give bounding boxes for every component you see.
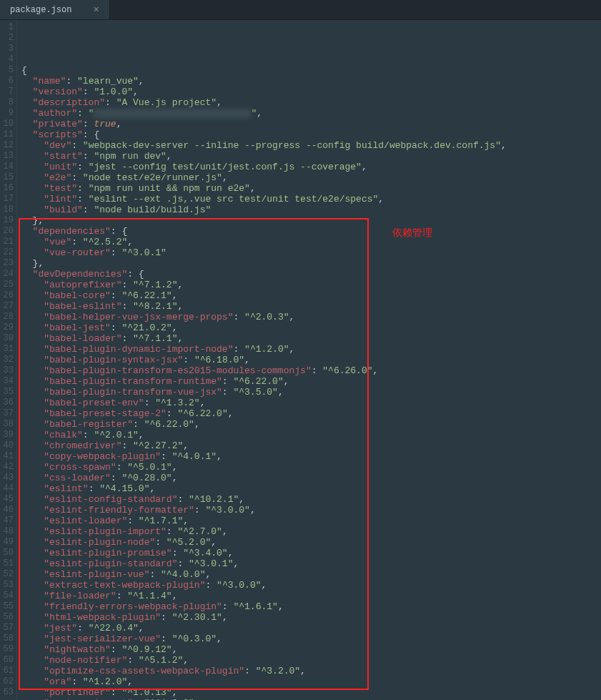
line-number: 63 (0, 687, 14, 698)
line-number: 43 (0, 473, 14, 483)
code-line: "eslint": "^4.15.0", (21, 483, 601, 494)
code-line: "eslint-plugin-promise": "^3.4.0", (21, 548, 601, 558)
line-number: 28 (0, 312, 14, 322)
line-number: 44 (0, 483, 14, 494)
line-number: 37 (0, 408, 14, 419)
code-line: "e2e": "node test/e2e/runner.js", (21, 172, 601, 183)
code-line: "eslint-friendly-formatter": "^3.0.0", (21, 505, 601, 516)
line-number: 16 (0, 183, 14, 194)
code-line: "dependencies": { (21, 226, 601, 237)
code-line: "babel-core": "^6.22.1", (21, 290, 601, 301)
line-number: 40 (0, 440, 14, 451)
editor: 1234567891011121314151617181920212223242… (0, 20, 601, 700)
code-line: "html-webpack-plugin": "^2.30.1", (21, 612, 601, 623)
code-line: "jest-serializer-vue": "^0.3.0", (21, 634, 601, 644)
line-number: 51 (0, 558, 14, 569)
code-line: "babel-plugin-transform-vue-jsx": "^3.5.… (21, 387, 601, 398)
line-number: 17 (0, 194, 14, 204)
code-line: "css-loader": "^0.28.0", (21, 473, 601, 483)
code-line: "cross-spawn": "^5.0.1", (21, 462, 601, 473)
line-number: 39 (0, 430, 14, 440)
line-number: 9 (0, 108, 14, 119)
tab-package-json[interactable]: package.json × (0, 0, 110, 19)
line-number: 22 (0, 247, 14, 258)
line-number: 13 (0, 151, 14, 162)
line-number: 23 (0, 258, 14, 269)
line-number: 35 (0, 387, 14, 398)
line-number: 33 (0, 365, 14, 376)
line-number: 45 (0, 494, 14, 505)
code-line: }, (21, 258, 601, 269)
line-number: 49 (0, 537, 14, 548)
line-number: 15 (0, 172, 14, 183)
code-line: "vue": "^2.5.2", (21, 237, 601, 247)
code-line: "author": "", (21, 108, 601, 119)
line-number: 1 (0, 22, 14, 33)
line-number: 46 (0, 505, 14, 516)
line-number: 20 (0, 226, 14, 237)
code-line: "vue-router": "^3.0.1" (21, 247, 601, 258)
code-line: "babel-loader": "^7.1.1", (21, 333, 601, 344)
code-line: { (21, 65, 601, 76)
line-number: 19 (0, 215, 14, 226)
line-number: 12 (0, 140, 14, 151)
code-line: "description": "A Vue.js project", (21, 97, 601, 108)
code-line: "babel-register": "^6.22.0", (21, 419, 601, 430)
code-line: "file-loader": "^1.1.4", (21, 591, 601, 601)
line-number: 6 (0, 76, 14, 87)
code-line: "unit": "jest --config test/unit/jest.co… (21, 162, 601, 172)
line-number: 57 (0, 623, 14, 634)
line-number: 18 (0, 204, 14, 215)
tab-bar: package.json × (0, 0, 601, 20)
code-area[interactable]: 依赖管理 { "name": "learn_vue", "version": "… (17, 20, 601, 700)
line-number: 56 (0, 612, 14, 623)
code-line: "ora": "^1.2.0", (21, 676, 601, 687)
line-number: 36 (0, 398, 14, 408)
code-line: "build": "node build/build.js" (21, 204, 601, 215)
code-line: "eslint-plugin-standard": "^3.0.1", (21, 558, 601, 569)
line-number: 4 (0, 54, 14, 65)
line-number: 7 (0, 87, 14, 97)
line-number: 31 (0, 344, 14, 355)
line-number: 48 (0, 526, 14, 537)
line-number: 5 (0, 65, 14, 76)
code-line: "jest": "^22.0.4", (21, 623, 601, 634)
code-line: "version": "1.0.0", (21, 87, 601, 97)
line-number: 50 (0, 548, 14, 558)
line-number: 14 (0, 162, 14, 172)
code-line: "private": true, (21, 119, 601, 129)
code-line: "optimize-css-assets-webpack-plugin": "^… (21, 666, 601, 676)
code-line: "start": "npm run dev", (21, 151, 601, 162)
line-number: 53 (0, 580, 14, 591)
line-number: 38 (0, 419, 14, 430)
code-line: "chromedriver": "^2.27.2", (21, 440, 601, 451)
code-line: "devDependencies": { (21, 269, 601, 280)
line-number: 32 (0, 355, 14, 365)
line-number: 62 (0, 676, 14, 687)
code-line: "babel-plugin-transform-runtime": "^6.22… (21, 376, 601, 387)
line-number: 11 (0, 129, 14, 140)
line-number: 60 (0, 655, 14, 666)
code-line: "autoprefixer": "^7.1.2", (21, 280, 601, 290)
code-line: }, (21, 215, 601, 226)
code-line: "babel-plugin-transform-es2015-modules-c… (21, 365, 601, 376)
code-line: "portfinder": "^1.0.13", (21, 687, 601, 698)
code-line: "chalk": "^2.0.1", (21, 430, 601, 440)
code-line: "test": "npm run unit && npm run e2e", (21, 183, 601, 194)
line-number: 54 (0, 591, 14, 601)
code-line: "copy-webpack-plugin": "^4.0.1", (21, 451, 601, 462)
line-number: 29 (0, 322, 14, 333)
line-number: 55 (0, 601, 14, 612)
line-number: 58 (0, 634, 14, 644)
line-number: 21 (0, 237, 14, 247)
line-number: 61 (0, 666, 14, 676)
code-line: "node-notifier": "^5.1.2", (21, 655, 601, 666)
code-line: "scripts": { (21, 129, 601, 140)
line-number: 59 (0, 644, 14, 655)
close-icon[interactable]: × (93, 4, 99, 16)
annotation-label: 依赖管理 (392, 227, 432, 238)
line-number: 24 (0, 269, 14, 280)
line-number: 30 (0, 333, 14, 344)
line-number: 52 (0, 569, 14, 580)
line-number: 34 (0, 376, 14, 387)
